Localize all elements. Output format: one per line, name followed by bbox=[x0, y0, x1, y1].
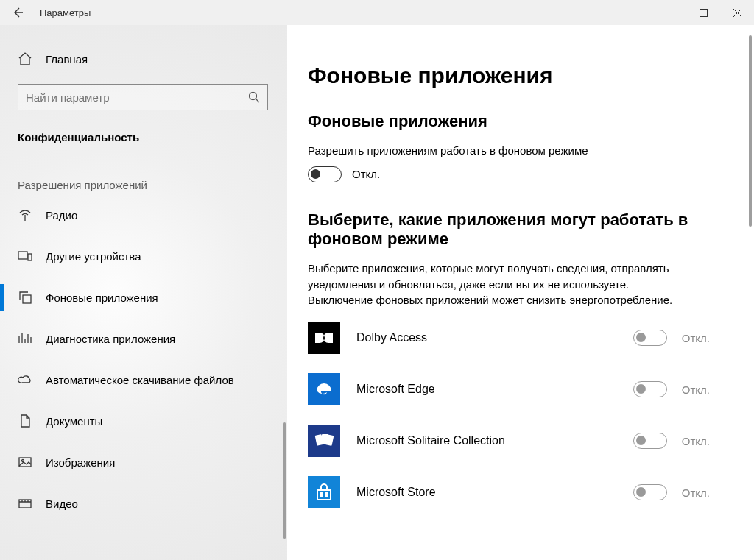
devices-icon bbox=[18, 249, 32, 263]
allow-background-state: Откл. bbox=[352, 168, 380, 180]
title-bar: Параметры bbox=[0, 0, 754, 25]
sidebar-scrollbar[interactable] bbox=[283, 422, 286, 539]
sidebar-item-app-diagnostics[interactable]: Диагностика приложения bbox=[0, 318, 287, 359]
minimize-button[interactable] bbox=[652, 0, 686, 25]
content-pane: Фоновые приложения Фоновые приложения Ра… bbox=[287, 25, 754, 560]
diagnostics-icon bbox=[18, 331, 32, 346]
maximize-button[interactable] bbox=[686, 0, 720, 25]
home-icon bbox=[18, 52, 32, 66]
app-toggle-store[interactable] bbox=[633, 484, 667, 500]
close-button[interactable] bbox=[720, 0, 754, 25]
svg-rect-15 bbox=[325, 495, 328, 497]
sidebar-item-videos[interactable]: Видео bbox=[0, 483, 287, 524]
app-row-store: Microsoft Store Откл. bbox=[308, 476, 725, 508]
sidebar-item-pictures[interactable]: Изображения bbox=[0, 442, 287, 483]
sidebar-item-label: Изображения bbox=[46, 456, 115, 469]
app-name: Microsoft Edge bbox=[356, 383, 633, 396]
app-toggle-state: Откл. bbox=[682, 332, 710, 344]
sidebar-group-title: Разрешения приложений bbox=[0, 149, 287, 194]
pictures-icon bbox=[18, 455, 32, 469]
page-title: Фоновые приложения bbox=[308, 63, 725, 88]
svg-point-1 bbox=[250, 93, 257, 100]
window-title: Параметры bbox=[40, 7, 91, 18]
svg-rect-13 bbox=[325, 492, 328, 495]
app-name: Dolby Access bbox=[356, 331, 633, 344]
sidebar-item-background-apps[interactable]: Фоновые приложения bbox=[0, 277, 287, 318]
app-toggle-state: Откл. bbox=[682, 486, 710, 499]
app-name: Microsoft Store bbox=[356, 486, 633, 499]
cloud-download-icon bbox=[18, 372, 32, 387]
sidebar: Главная Конфиденциальность Разрешения пр… bbox=[0, 25, 287, 560]
sidebar-item-label: Радио bbox=[46, 209, 77, 221]
search-box[interactable] bbox=[18, 84, 268, 110]
sidebar-item-radio[interactable]: Радио bbox=[0, 194, 287, 235]
app-toggle-edge[interactable] bbox=[633, 381, 667, 397]
content-scrollbar[interactable] bbox=[749, 35, 752, 227]
section-choose-desc: Выберите приложения, которые могут получ… bbox=[308, 260, 691, 308]
app-row-dolby: Dolby Access Откл. bbox=[308, 322, 725, 354]
sidebar-nav: Радио Другие устройства Фоновые приложен… bbox=[0, 194, 287, 524]
sidebar-item-auto-downloads[interactable]: Автоматическое скачивание файлов bbox=[0, 359, 287, 400]
svg-rect-12 bbox=[320, 492, 323, 495]
radio-icon bbox=[18, 208, 32, 222]
svg-rect-4 bbox=[23, 295, 31, 303]
app-toggle-solitaire[interactable] bbox=[633, 433, 667, 449]
sidebar-item-label: Видео bbox=[46, 497, 78, 510]
allow-background-toggle[interactable] bbox=[308, 166, 342, 182]
svg-point-6 bbox=[22, 460, 24, 462]
app-name: Microsoft Solitaire Collection bbox=[356, 434, 633, 447]
app-icon-edge bbox=[308, 373, 340, 405]
sidebar-item-documents[interactable]: Документы bbox=[0, 400, 287, 442]
app-toggle-state: Откл. bbox=[682, 383, 710, 396]
back-button[interactable] bbox=[0, 0, 35, 25]
video-icon bbox=[18, 496, 32, 511]
app-toggle-dolby[interactable] bbox=[633, 330, 667, 346]
app-row-solitaire: Microsoft Solitaire Collection Откл. bbox=[308, 425, 725, 457]
svg-rect-3 bbox=[28, 254, 32, 260]
sidebar-item-label: Другие устройства bbox=[46, 250, 141, 263]
svg-rect-0 bbox=[700, 9, 707, 16]
app-icon-dolby bbox=[308, 322, 340, 354]
sidebar-category: Конфиденциальность bbox=[0, 110, 287, 149]
svg-rect-14 bbox=[320, 495, 323, 497]
app-icon-solitaire bbox=[308, 425, 340, 457]
sidebar-item-other-devices[interactable]: Другие устройства bbox=[0, 235, 287, 277]
sidebar-item-label: Автоматическое скачивание файлов bbox=[46, 374, 234, 386]
section-heading-choose: Выберите, какие приложения могут работат… bbox=[308, 210, 705, 249]
search-icon bbox=[248, 91, 260, 103]
document-icon bbox=[18, 414, 32, 428]
sidebar-home[interactable]: Главная bbox=[0, 41, 287, 77]
sidebar-home-label: Главная bbox=[46, 53, 88, 65]
allow-background-label: Разрешить приложениям работать в фоновом… bbox=[308, 143, 691, 159]
sidebar-item-label: Диагностика приложения bbox=[46, 333, 175, 345]
section-heading-general: Фоновые приложения bbox=[308, 112, 725, 131]
app-row-edge: Microsoft Edge Откл. bbox=[308, 373, 725, 405]
app-toggle-state: Откл. bbox=[682, 435, 710, 447]
sidebar-item-label: Фоновые приложения bbox=[46, 291, 158, 304]
background-apps-icon bbox=[18, 290, 32, 305]
sidebar-item-label: Документы bbox=[46, 415, 102, 428]
app-icon-store bbox=[308, 476, 340, 508]
search-input[interactable] bbox=[26, 91, 239, 104]
svg-rect-2 bbox=[18, 252, 27, 259]
